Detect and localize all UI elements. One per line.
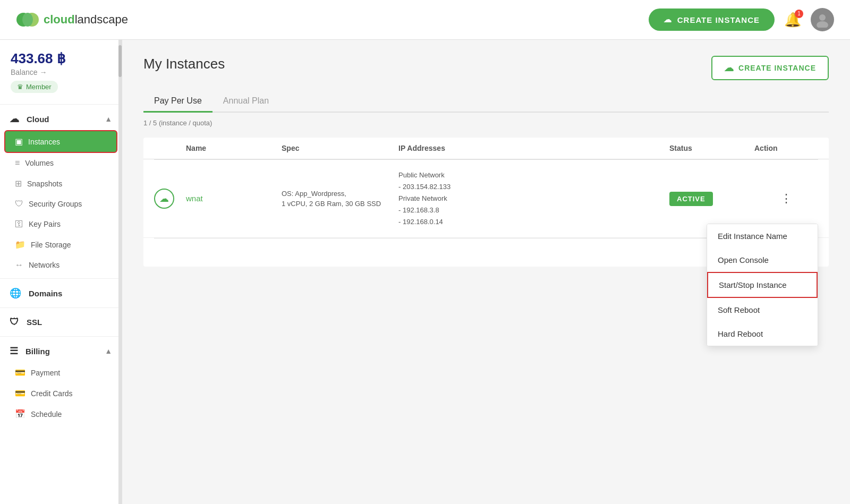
domains-icon: 🌐	[10, 287, 21, 299]
sidebar-item-instances[interactable]: ▣ Instances	[4, 130, 117, 153]
svg-point-2	[22, 13, 33, 27]
key-pairs-label: Key Pairs	[29, 220, 61, 228]
col-icon	[154, 144, 186, 152]
col-name: Name	[186, 144, 282, 152]
main-content: My Instances ☁ Rows per page: CREATE INS…	[122, 40, 850, 504]
notification-bell[interactable]: 🔔 1	[784, 12, 801, 28]
volumes-icon: ≡	[15, 158, 20, 168]
instance-spec-line1: OS: App_Wordpress,	[282, 189, 398, 199]
dropdown-start-stop[interactable]: Start/Stop Instance	[707, 272, 818, 298]
snapshots-label: Snapshots	[27, 180, 62, 188]
credit-cards-icon: 💳	[15, 388, 26, 398]
instances-icon: ▣	[15, 136, 23, 147]
file-storage-icon: 📁	[15, 240, 26, 250]
col-ip: IP Addresses	[398, 144, 669, 152]
crown-icon: ♛	[17, 83, 23, 91]
dropdown-hard-reboot[interactable]: Hard Reboot	[707, 322, 818, 346]
security-groups-label: Security Groups	[29, 200, 82, 208]
col-status: Status	[669, 144, 754, 152]
instance-spec-line2: 1 vCPU, 2 GB Ram, 30 GB SSD	[282, 199, 398, 209]
instance-ip-cell: Public Network - 203.154.82.133 Private …	[398, 169, 669, 228]
dropdown-edit-name[interactable]: Edit Instance Name	[707, 224, 818, 248]
sidebar-divider-2	[0, 278, 122, 279]
tabs-row: Pay Per Use Annual Plan	[143, 91, 829, 113]
billing-label: Billing	[26, 347, 50, 356]
ssl-label: SSL	[27, 318, 42, 327]
page-header-row: My Instances ☁ Rows per page: CREATE INS…	[143, 56, 829, 80]
instance-name-cell: wnat	[186, 194, 282, 203]
instance-status-cell: ACTIVE	[669, 192, 754, 206]
sidebar-item-payment[interactable]: 💳 Payment	[0, 362, 122, 383]
create-instance-main-button[interactable]: ☁ Rows per page: CREATE INSTANCE	[711, 56, 829, 80]
ssl-section-header[interactable]: 🛡 SSL	[0, 311, 122, 333]
private-network-label: Private Network	[398, 193, 669, 204]
private-ip1: - 192.168.3.8	[398, 204, 669, 216]
bell-badge: 1	[795, 10, 803, 18]
sidebar-item-schedule[interactable]: 📅 Schedule	[0, 404, 122, 424]
balance-link[interactable]: Balance →	[11, 68, 111, 76]
ssl-icon: 🛡	[10, 317, 19, 328]
cloud-section-header[interactable]: ☁ Cloud ▲	[0, 108, 122, 130]
balance-amount: 433.68 ฿	[11, 50, 111, 67]
instance-name-link[interactable]: wnat	[186, 194, 203, 203]
create-instance-header-button[interactable]: ☁ CREATE INSTANCE	[649, 8, 775, 31]
volumes-label: Volumes	[25, 159, 54, 167]
instance-icon-cell: ☁	[154, 189, 186, 209]
payment-label: Payment	[31, 369, 60, 377]
sidebar-scrollbar[interactable]	[118, 40, 122, 504]
sidebar-item-networks[interactable]: ↔ Networks	[0, 255, 122, 275]
schedule-icon: 📅	[15, 409, 26, 419]
create-instance-main-text: CREATE INSTANCE	[738, 64, 816, 72]
page-title: My Instances	[143, 56, 225, 72]
instances-table: Name Spec IP Addresses Status Action ☁ w…	[143, 138, 829, 267]
instances-label: Instances	[28, 138, 60, 146]
user-icon	[814, 12, 830, 28]
table-row: ☁ wnat OS: App_Wordpress, 1 vCPU, 2 GB R…	[143, 160, 829, 238]
dropdown-open-console[interactable]: Open Console	[707, 248, 818, 272]
instance-icon: ☁	[154, 189, 174, 209]
dropdown-soft-reboot[interactable]: Soft Reboot	[707, 298, 818, 322]
tab-annual-plan[interactable]: Annual Plan	[212, 91, 279, 113]
public-network-label: Public Network	[398, 169, 669, 181]
schedule-label: Schedule	[31, 410, 62, 418]
cloud-icon-main: ☁	[724, 62, 734, 74]
sidebar-item-snapshots[interactable]: ⊞ Snapshots	[0, 173, 122, 194]
action-dropdown-menu: Edit Instance Name Open Console Start/St…	[707, 224, 818, 346]
cloud-section-icon: ☁	[10, 113, 19, 125]
action-menu-trigger[interactable]: ⋮	[754, 192, 818, 206]
sidebar-item-security-groups[interactable]: 🛡 Security Groups	[0, 194, 122, 214]
instance-action-cell: ⋮ Edit Instance Name Open Console Start/…	[754, 192, 818, 206]
col-action: Action	[754, 144, 818, 152]
logo-icon	[16, 12, 39, 27]
security-groups-icon: 🛡	[15, 199, 23, 209]
cloud-section-label: Cloud	[27, 115, 49, 124]
file-storage-label: File Storage	[31, 241, 71, 249]
private-ip2: - 192.168.0.14	[398, 216, 669, 228]
sidebar-item-key-pairs[interactable]: ⚿ Key Pairs	[0, 214, 122, 234]
tab-pay-per-use[interactable]: Pay Per Use	[143, 91, 212, 113]
sidebar: 433.68 ฿ Balance → ♛ Member ☁ Cloud ▲ ▣ …	[0, 40, 122, 504]
cloud-icon: ☁	[664, 15, 672, 24]
sidebar-item-file-storage[interactable]: 📁 File Storage	[0, 234, 122, 255]
billing-section-header[interactable]: ☰ Billing ▲	[0, 340, 122, 362]
sidebar-item-credit-cards[interactable]: 💳 Credit Cards	[0, 383, 122, 404]
key-pairs-icon: ⚿	[15, 219, 23, 229]
member-badge-label: Member	[26, 83, 52, 91]
quota-text: 1 / 5 (instance / quota)	[143, 119, 829, 127]
domains-section-header[interactable]: 🌐 Domains	[0, 282, 122, 304]
cloud-chevron-icon: ▲	[105, 115, 112, 123]
table-header-row: Name Spec IP Addresses Status Action	[143, 138, 829, 159]
sidebar-divider-3	[0, 307, 122, 308]
balance-section: 433.68 ฿ Balance → ♛ Member	[0, 40, 122, 101]
public-ip: - 203.154.82.133	[398, 181, 669, 193]
status-badge: ACTIVE	[669, 192, 713, 206]
top-header: cloudlandscape ☁ CREATE INSTANCE 🔔 1	[0, 0, 850, 40]
user-avatar[interactable]	[811, 8, 834, 31]
col-spec: Spec	[282, 144, 398, 152]
credit-cards-label: Credit Cards	[31, 389, 73, 398]
logo-text: cloudlandscape	[44, 13, 128, 27]
billing-chevron-icon: ▲	[105, 347, 112, 355]
networks-icon: ↔	[15, 260, 23, 270]
member-badge: ♛ Member	[11, 81, 58, 93]
sidebar-item-volumes[interactable]: ≡ Volumes	[0, 153, 122, 173]
